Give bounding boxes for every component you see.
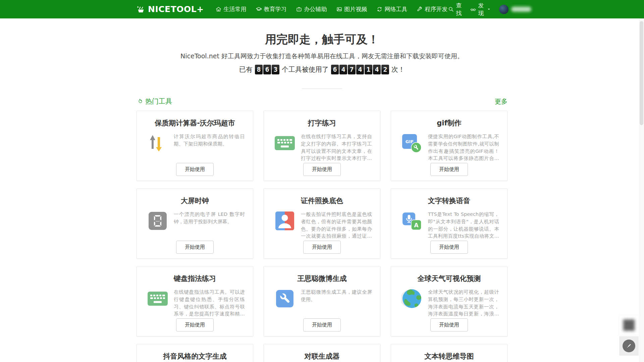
divider <box>302 88 342 89</box>
start-using-button[interactable]: 开始使用 <box>303 318 341 331</box>
tool-title: 王思聪微博生成 <box>268 274 376 283</box>
search-button[interactable]: 查找 <box>448 2 462 17</box>
tool-card-11: 对联生成器对联生成器是一个基于AI的对联生成工开始使用 <box>264 344 380 362</box>
tool-title: 大屏时钟 <box>141 196 249 205</box>
nav-item-label: 网络工具 <box>385 5 408 13</box>
flame-icon <box>137 98 143 105</box>
counter-digit: 2 <box>381 65 389 74</box>
logo-text: NICETOOL+ <box>148 4 204 14</box>
counter-digit: 6 <box>331 65 339 74</box>
tool-description: 计算沃尔玛超市商品的转临日期、下架日期和保质期。 <box>174 133 245 148</box>
nav-item-education[interactable]: 教育学习 <box>256 5 287 13</box>
qr-widget-blurred[interactable] <box>619 315 639 335</box>
svg-text:A: A <box>414 222 419 229</box>
home-icon <box>215 6 222 12</box>
feedback-button[interactable] <box>619 336 639 356</box>
briefcase-icon <box>296 6 302 12</box>
nav-item-life[interactable]: 生活常用 <box>215 5 247 13</box>
tool-card-12: 文本转思维导图文本转思维导图在线工具，也可以用来给开始使用 <box>391 344 507 362</box>
tool-title: 打字练习 <box>268 118 376 128</box>
tool-title: 保质期计算器-沃尔玛超市 <box>141 118 249 128</box>
nav-item-label: 生活常用 <box>224 5 247 13</box>
user-account[interactable] <box>499 5 531 14</box>
graduation-cap-icon <box>256 6 262 12</box>
text-to-speech-icon: A <box>401 210 423 232</box>
tool-description: 全球天气状况的可视化，超级计算机预测，每三小时更新一次，海洋表面电流每五天更新一… <box>428 289 499 318</box>
start-using-button[interactable]: 开始使用 <box>430 318 468 331</box>
scrollbar-track[interactable] <box>639 18 644 362</box>
id-photo-icon <box>274 210 296 232</box>
pencil-icon <box>623 340 635 352</box>
image-icon <box>336 6 342 12</box>
earth-icon <box>401 288 423 309</box>
nav-item-label: 程序开发 <box>425 5 448 13</box>
counter-digit: 7 <box>348 65 356 74</box>
start-using-button[interactable]: 开始使用 <box>176 241 214 254</box>
more-link[interactable]: 更多 <box>495 97 507 106</box>
tool-card-2: 打字练习在线在线打字练习工具，支持自定义打字的内容。本打字练习工具可以设置不同的… <box>264 111 380 181</box>
counter-digit: 1 <box>365 65 372 74</box>
svg-text:GIF: GIF <box>406 139 414 144</box>
tool-title: 全球天气可视化预测 <box>395 274 503 283</box>
start-using-button[interactable]: 开始使用 <box>430 241 468 254</box>
qr-code-blur <box>623 319 635 331</box>
start-using-button[interactable]: 开始使用 <box>176 318 214 331</box>
tool-description: 一般去拍证件照时底色是蓝色或者红色，但有的证件需要其他颜色。要办的证件很多，如果… <box>301 211 372 240</box>
counter-digit: 4 <box>356 65 364 74</box>
discover-menu[interactable]: 发现 <box>470 2 491 17</box>
gif-maker-icon: GIF <box>401 132 423 154</box>
nav-item-label: 教育学习 <box>264 5 287 13</box>
nav-item-media[interactable]: 图片视频 <box>336 5 367 13</box>
tool-card-5: 证件照换底色一般去拍证件照时底色是蓝色或者红色，但有的证件需要其他颜色。要办的证… <box>264 188 380 259</box>
glasses-icon <box>470 6 476 12</box>
scrollbar-thumb[interactable] <box>640 21 643 125</box>
updown-arrows-icon <box>147 132 168 154</box>
logo-tools-icon <box>137 5 145 14</box>
tool-card-6: 文字转换语音ATTS是Text To Speech的缩写，即"从文本到语音"，是… <box>391 188 507 259</box>
tool-card-10: 抖音风格的文字生成抖音风格，也叫做故障风格，是最近比较开始使用 <box>137 344 253 362</box>
keyboard-icon <box>274 132 296 154</box>
tool-description: 在线键盘指法练习工具。可以进行键盘键位熟悉、手指分区练习、键位纠错联系、标点符号… <box>174 289 245 318</box>
wrench-icon <box>417 6 423 12</box>
tool-title: 对联生成器 <box>268 352 376 361</box>
stats-prefix: 已有 <box>239 65 253 74</box>
tool-card-1: 保质期计算器-沃尔玛超市计算沃尔玛超市商品的转临日期、下架日期和保质期。开始使用 <box>137 111 253 181</box>
led-clock-icon <box>147 210 168 232</box>
tool-title: gif制作 <box>395 118 503 128</box>
stats-middle: 个工具被使用了 <box>282 65 329 74</box>
tools-grid: 保质期计算器-沃尔玛超市计算沃尔玛超市商品的转临日期、下架日期和保质期。开始使用… <box>137 111 507 362</box>
avatar <box>499 5 508 14</box>
tool-title: 抖音风格的文字生成 <box>141 352 249 361</box>
start-using-button[interactable]: 开始使用 <box>303 163 341 176</box>
tool-description: 王思聪微博生成工具，建议全屏使用。 <box>301 289 372 303</box>
tool-title: 文字转换语音 <box>395 196 503 205</box>
start-using-button[interactable]: 开始使用 <box>303 241 341 254</box>
counter-digit: 4 <box>339 65 347 74</box>
tool-count: 863 <box>255 65 279 74</box>
usage-stats: 已有 863 个工具被使用了 6474142 次！ <box>0 65 644 74</box>
tool-description: 一个漂亮的电子屏 LED 数字时钟，适用于投影到大屏幕。 <box>174 211 245 226</box>
nav-item-office[interactable]: 办公辅助 <box>296 5 327 13</box>
counter-digit: 8 <box>255 65 263 74</box>
start-using-button[interactable]: 开始使用 <box>430 163 468 176</box>
counter-digit: 6 <box>263 65 271 74</box>
tool-title: 证件照换底色 <box>268 196 376 205</box>
counter-digit: 3 <box>272 65 279 74</box>
nav-item-network[interactable]: 网络工具 <box>376 5 408 13</box>
nav-item-dev[interactable]: 程序开发 <box>417 5 448 13</box>
tool-title: 文本转思维导图 <box>395 352 503 361</box>
tool-title: 键盘指法练习 <box>141 274 249 283</box>
keyboard-icon <box>147 288 168 309</box>
hot-tools-bar: 热门工具 更多 <box>137 97 507 106</box>
site-header: NICETOOL+ 生活常用教育学习办公辅助图片视频网络工具程序开发 查找 <box>0 0 644 18</box>
discover-label: 发现 <box>478 2 484 17</box>
section-title: 热门工具 <box>145 97 172 106</box>
tool-description: 便捷实用的GIF动图制作工具,不需要学会任何制图软件,就可以制作出有趣搞笑漂亮的… <box>428 133 499 162</box>
site-logo[interactable]: NICETOOL+ <box>137 4 204 14</box>
search-icon <box>448 6 454 12</box>
main-nav: 生活常用教育学习办公辅助图片视频网络工具程序开发 <box>215 5 448 13</box>
tool-card-7: 键盘指法练习在线键盘指法练习工具。可以进行键盘键位熟悉、手指分区练习、键位纠错联… <box>137 266 253 337</box>
start-using-button[interactable]: 开始使用 <box>176 163 214 176</box>
page-subtitle: NiceTool.net 好工具网致力于收集打造各种简单易用在线工具，网友无需注… <box>0 52 644 61</box>
stats-suffix: 次！ <box>391 65 405 74</box>
